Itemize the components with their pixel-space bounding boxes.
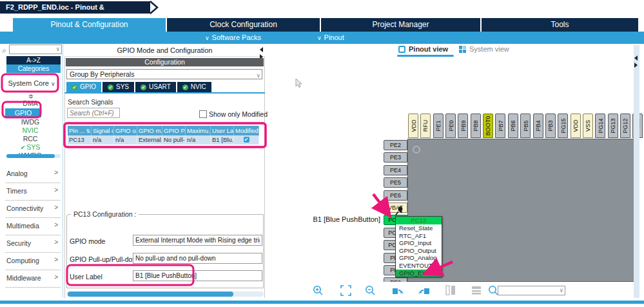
top-pin-pb8-5[interactable]: PB8 [471, 114, 481, 138]
gpio-pull-input[interactable] [133, 253, 262, 264]
modified-checkbox[interactable]: ✔ [244, 137, 249, 143]
tab-project-manager[interactable]: Project Manager [321, 18, 480, 32]
pinout-view-panel: Pinout view System view VDDRFUPE1PE0PB9P… [268, 44, 644, 298]
top-pin-pb3-11[interactable]: PB3 [545, 114, 556, 138]
tab-tools[interactable]: Tools [482, 18, 638, 32]
peripheral-search-combobox[interactable]: ∨ [9, 45, 62, 54]
chip-icon [398, 46, 405, 53]
tab-clock-configuration[interactable]: Clock Configuration [167, 18, 320, 32]
column-header-7[interactable]: User La... [211, 126, 234, 135]
top-pin-pg13-16[interactable]: PG13 [608, 114, 618, 138]
panel-hscrollbar-thumb[interactable] [68, 292, 233, 297]
top-pin-vss-14[interactable]: VSS [583, 114, 593, 138]
categories-button[interactable]: Categories [6, 64, 61, 73]
sidebar-item-gpio[interactable]: GPIO [5, 108, 41, 117]
sidebar-group-label: Connectivity [6, 204, 43, 212]
top-pin-pg14-15[interactable]: PG14 [595, 114, 605, 138]
top-pin-pb9-4[interactable]: PB9 [458, 114, 468, 138]
panel-header: GPIO Mode and Configuration [64, 44, 265, 57]
context-menu-item-gpio_input[interactable]: GPIO_Input [396, 239, 442, 247]
pin-search-combobox[interactable]: ∨ [498, 286, 565, 295]
sidebar-group-security[interactable]: Security> [5, 235, 61, 253]
sidebar-splitter-handle[interactable] [28, 94, 34, 99]
category-selector-system-core[interactable]: System Core∨ [6, 78, 57, 88]
sort-az-button[interactable]: A->Z [6, 56, 61, 64]
left-pin-pe4[interactable]: PE4 [384, 165, 407, 175]
top-pin-vdd-0[interactable]: VDD [408, 114, 418, 138]
context-menu-item-eventout[interactable]: EVENTOUT [396, 262, 442, 270]
peripheral-tab-usart[interactable]: ✔USART [135, 82, 176, 92]
pinout-collapse-handle[interactable] [634, 55, 639, 68]
pin-list-toggle-icon [445, 285, 456, 295]
pinout-vscrollbar-track[interactable] [634, 45, 639, 298]
zoom-in-icon[interactable] [313, 285, 324, 296]
top-pin-pe1-2[interactable]: PE1 [433, 114, 444, 138]
peripheral-tab-sys[interactable]: ✔SYS [102, 82, 134, 92]
context-menu-item-gpio_output[interactable]: GPIO_Output [396, 247, 442, 255]
tab-pinout-view[interactable]: Pinout view [398, 45, 448, 53]
sidebar-item-iwdg[interactable]: IWDG [5, 118, 55, 126]
top-pin-rfu-1[interactable]: RFU [420, 114, 431, 138]
sidebar-group-timers[interactable]: Timers> [5, 183, 61, 201]
left-pin-pe3[interactable]: PE3 [384, 152, 407, 163]
left-pin-pe2[interactable]: PE2 [384, 140, 407, 150]
sidebar-item-rcc[interactable]: RCC [5, 135, 55, 143]
software-packs-menu[interactable]: ∨Software Packs [205, 32, 261, 44]
column-header-1[interactable]: Pin ...⇅ [68, 126, 92, 135]
left-pin-pe5[interactable]: PE5 [384, 177, 407, 188]
context-menu-item-gpio_exti13[interactable]: GPIO_EXTI13 [396, 270, 442, 277]
sidebar-group-connectivity[interactable]: Connectivity> [5, 201, 61, 218]
sidebar-group-middleware[interactable]: Middleware> [5, 270, 61, 288]
column-header-3[interactable]: GPIO o... [114, 126, 137, 135]
sidebar-group-computing[interactable]: Computing> [5, 253, 61, 270]
sidebar-group-label: Analog [6, 170, 28, 177]
peripheral-tab-nvic[interactable]: ✔NVIC [177, 82, 211, 92]
column-header-2[interactable]: Signal o... [92, 126, 114, 135]
tab-system-view[interactable]: System view [459, 45, 509, 53]
top-pin-pb7-7[interactable]: PB7 [495, 114, 505, 138]
column-header-8[interactable]: Modified [234, 126, 259, 135]
show-modified-checkbox[interactable] [199, 110, 207, 118]
column-header-6[interactable]: Maximu... [186, 126, 211, 135]
column-header-4[interactable]: GPIO m... [137, 126, 162, 135]
category-groups: Analog>Timers>Connectivity>Multimedia>Se… [5, 166, 61, 288]
signals-table: Pin ...⇅Signal o...GPIO o...GPIO m...GPI… [68, 126, 259, 144]
pc13-configuration-legend: PC13 Configuration : [71, 210, 139, 218]
context-menu-item-reset_state[interactable]: Reset_State [396, 224, 442, 232]
top-pin-pg15-12[interactable]: PG15 [558, 114, 568, 138]
top-pin-pg12-17[interactable]: PG12 [620, 114, 630, 138]
left-pin-pe6[interactable]: PE6 [384, 190, 407, 201]
row-cell-7: B1 [Blu... [211, 135, 234, 144]
best-fit-icon[interactable] [340, 285, 351, 296]
system-core-list: DMAGPIOIWDGNVICRCC✔SYSWWDG [5, 99, 55, 160]
top-pin-pb4-10[interactable]: PB4 [533, 114, 543, 138]
sidebar-item-dma[interactable]: DMA [5, 99, 55, 108]
context-menu-item-rtc_af1[interactable]: RTC_AF1 [396, 232, 442, 240]
sidebar-group-analog[interactable]: Analog> [5, 166, 61, 183]
group-by-dropdown[interactable]: Group By Peripherals∨ [66, 69, 262, 79]
sidebar-item-sys[interactable]: ✔SYS [5, 143, 55, 152]
sidebar-group-multimedia[interactable]: Multimedia> [5, 218, 61, 235]
context-menu-item-gpio_analog[interactable]: GPIO_Analog [396, 254, 442, 262]
rotate-counterclockwise-icon[interactable] [418, 285, 431, 296]
tab-pinout-configuration[interactable]: Pinout & Configuration [13, 18, 166, 32]
gpio-mode-input[interactable] [133, 235, 262, 246]
top-pin-pe0-3[interactable]: PE0 [445, 114, 456, 138]
zoom-out-icon[interactable] [365, 285, 376, 296]
signals-search-input[interactable] [67, 108, 120, 118]
peripheral-tab-gpio[interactable]: ✔GPIO [66, 82, 101, 92]
rotate-clockwise-icon[interactable] [391, 285, 404, 296]
top-pin-vdd-13[interactable]: VDD [571, 114, 581, 138]
top-pin-boot0-6[interactable]: BOOT0 [483, 114, 493, 138]
table-row[interactable]: PC13n/an/aExternal...No pull-...n/aB1 [B… [68, 135, 259, 144]
top-pin-pb5-9[interactable]: PB5 [520, 114, 531, 138]
sidebar-scrollbar-thumb[interactable] [6, 154, 55, 158]
top-pin-pb6-8[interactable]: PB6 [508, 114, 518, 138]
pinout-menu[interactable]: ∨Pinout [317, 32, 344, 44]
row-cell-5: No pull-... [162, 135, 186, 144]
user-label-input[interactable] [133, 270, 262, 281]
user-label-label: User Label [70, 273, 102, 281]
column-header-5[interactable]: GPIO P... [162, 126, 186, 135]
configuration-section-header: Configuration [66, 58, 264, 66]
sidebar-item-nvic[interactable]: NVIC [5, 126, 55, 135]
